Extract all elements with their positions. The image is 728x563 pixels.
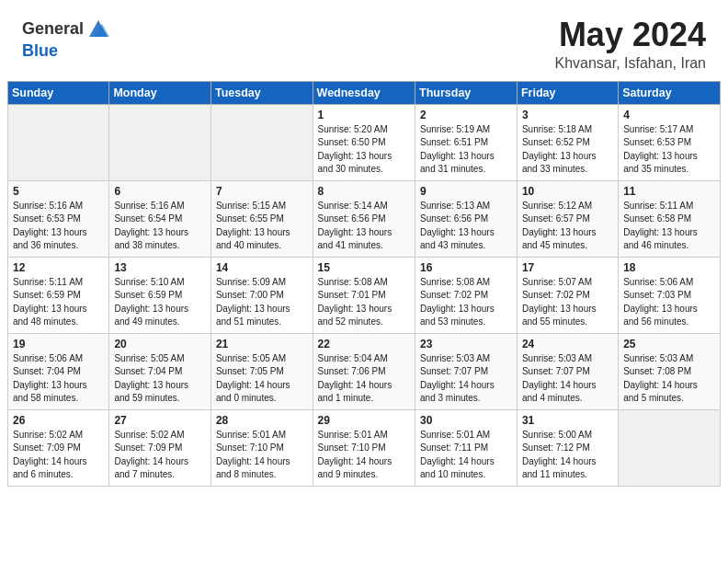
day-number: 30: [420, 414, 512, 427]
header-day: Saturday: [619, 81, 721, 104]
page-header: General Blue May 2024 Khvansar, Isfahan,…: [0, 0, 728, 81]
day-number: 16: [420, 261, 512, 274]
day-number: 28: [216, 414, 308, 427]
day-number: 4: [623, 109, 715, 121]
day-info: Sunrise: 5:13 AM Sunset: 6:56 PM Dayligh…: [420, 200, 512, 253]
day-number: 17: [522, 261, 613, 274]
day-info: Sunrise: 5:01 AM Sunset: 7:10 PM Dayligh…: [216, 429, 308, 482]
calendar-cell: 29Sunrise: 5:01 AM Sunset: 7:10 PM Dayli…: [313, 409, 415, 486]
day-info: Sunrise: 5:01 AM Sunset: 7:10 PM Dayligh…: [318, 429, 410, 482]
calendar-cell: 16Sunrise: 5:08 AM Sunset: 7:02 PM Dayli…: [415, 257, 518, 333]
day-number: 14: [216, 261, 308, 274]
day-info: Sunrise: 5:06 AM Sunset: 7:04 PM Dayligh…: [13, 352, 104, 406]
header-day: Tuesday: [210, 81, 313, 104]
day-info: Sunrise: 5:11 AM Sunset: 6:58 PM Dayligh…: [623, 200, 715, 253]
calendar-body: 1Sunrise: 5:20 AM Sunset: 6:50 PM Daylig…: [8, 104, 721, 486]
calendar-cell: 15Sunrise: 5:08 AM Sunset: 7:01 PM Dayli…: [313, 257, 415, 333]
calendar-cell: 4Sunrise: 5:17 AM Sunset: 6:53 PM Daylig…: [619, 104, 721, 180]
calendar-cell: 27Sunrise: 5:02 AM Sunset: 7:09 PM Dayli…: [109, 409, 211, 486]
day-info: Sunrise: 5:03 AM Sunset: 7:07 PM Dayligh…: [522, 352, 613, 406]
calendar-cell: 5Sunrise: 5:16 AM Sunset: 6:53 PM Daylig…: [8, 180, 109, 257]
day-info: Sunrise: 5:17 AM Sunset: 6:53 PM Dayligh…: [623, 123, 715, 177]
day-info: Sunrise: 5:19 AM Sunset: 6:51 PM Dayligh…: [420, 123, 512, 177]
day-number: 29: [318, 414, 410, 427]
calendar-cell: 10Sunrise: 5:12 AM Sunset: 6:57 PM Dayli…: [517, 180, 618, 257]
day-number: 18: [623, 261, 715, 274]
day-info: Sunrise: 5:05 AM Sunset: 7:05 PM Dayligh…: [216, 352, 308, 406]
calendar-cell: 17Sunrise: 5:07 AM Sunset: 7:02 PM Dayli…: [517, 257, 618, 333]
day-number: 24: [522, 338, 613, 350]
calendar-cell: 21Sunrise: 5:05 AM Sunset: 7:05 PM Dayli…: [210, 333, 313, 409]
day-info: Sunrise: 5:18 AM Sunset: 6:52 PM Dayligh…: [522, 123, 613, 177]
day-info: Sunrise: 5:08 AM Sunset: 7:01 PM Dayligh…: [318, 276, 410, 329]
calendar-cell: [109, 104, 211, 180]
logo-icon: [85, 17, 111, 42]
title-block: May 2024 Khvansar, Isfahan, Iran: [554, 17, 706, 72]
day-number: 21: [216, 338, 308, 350]
day-number: 6: [114, 185, 206, 198]
day-info: Sunrise: 5:16 AM Sunset: 6:54 PM Dayligh…: [114, 200, 206, 253]
day-number: 3: [522, 109, 613, 121]
calendar-cell: 6Sunrise: 5:16 AM Sunset: 6:54 PM Daylig…: [109, 180, 211, 257]
calendar-cell: 8Sunrise: 5:14 AM Sunset: 6:56 PM Daylig…: [313, 180, 415, 257]
day-number: 26: [13, 414, 104, 427]
calendar-title: May 2024: [554, 17, 706, 53]
calendar-cell: 19Sunrise: 5:06 AM Sunset: 7:04 PM Dayli…: [8, 333, 109, 409]
logo-blue: Blue: [22, 41, 58, 60]
day-number: 19: [13, 338, 104, 350]
logo-general: General: [22, 20, 84, 39]
day-info: Sunrise: 5:10 AM Sunset: 6:59 PM Dayligh…: [114, 276, 206, 329]
day-info: Sunrise: 5:02 AM Sunset: 7:09 PM Dayligh…: [13, 429, 104, 482]
calendar-cell: 23Sunrise: 5:03 AM Sunset: 7:07 PM Dayli…: [415, 333, 518, 409]
calendar-cell: 1Sunrise: 5:20 AM Sunset: 6:50 PM Daylig…: [313, 104, 415, 180]
calendar-week-row: 26Sunrise: 5:02 AM Sunset: 7:09 PM Dayli…: [8, 409, 721, 486]
day-number: 9: [420, 185, 512, 198]
day-number: 27: [114, 414, 206, 427]
day-info: Sunrise: 5:07 AM Sunset: 7:02 PM Dayligh…: [522, 276, 613, 329]
calendar-header: SundayMondayTuesdayWednesdayThursdayFrid…: [8, 81, 721, 104]
day-info: Sunrise: 5:20 AM Sunset: 6:50 PM Dayligh…: [318, 123, 410, 177]
header-day: Thursday: [415, 81, 518, 104]
day-info: Sunrise: 5:02 AM Sunset: 7:09 PM Dayligh…: [114, 429, 206, 482]
day-info: Sunrise: 5:12 AM Sunset: 6:57 PM Dayligh…: [522, 200, 613, 253]
day-info: Sunrise: 5:04 AM Sunset: 7:06 PM Dayligh…: [318, 352, 410, 406]
calendar-cell: 18Sunrise: 5:06 AM Sunset: 7:03 PM Dayli…: [619, 257, 721, 333]
calendar-cell: 24Sunrise: 5:03 AM Sunset: 7:07 PM Dayli…: [517, 333, 618, 409]
day-number: 20: [114, 338, 206, 350]
day-number: 8: [318, 185, 410, 198]
day-number: 7: [216, 185, 308, 198]
day-number: 1: [318, 109, 410, 121]
calendar-cell: [8, 104, 109, 180]
day-number: 11: [623, 185, 715, 198]
day-info: Sunrise: 5:06 AM Sunset: 7:03 PM Dayligh…: [623, 276, 715, 329]
calendar-week-row: 19Sunrise: 5:06 AM Sunset: 7:04 PM Dayli…: [8, 333, 721, 409]
day-info: Sunrise: 5:11 AM Sunset: 6:59 PM Dayligh…: [13, 276, 104, 329]
calendar-cell: 22Sunrise: 5:04 AM Sunset: 7:06 PM Dayli…: [313, 333, 415, 409]
day-info: Sunrise: 5:08 AM Sunset: 7:02 PM Dayligh…: [420, 276, 512, 329]
day-info: Sunrise: 5:14 AM Sunset: 6:56 PM Dayligh…: [318, 200, 410, 253]
calendar-cell: 13Sunrise: 5:10 AM Sunset: 6:59 PM Dayli…: [109, 257, 211, 333]
day-info: Sunrise: 5:00 AM Sunset: 7:12 PM Dayligh…: [522, 429, 613, 482]
day-info: Sunrise: 5:05 AM Sunset: 7:04 PM Dayligh…: [114, 352, 206, 406]
day-info: Sunrise: 5:03 AM Sunset: 7:08 PM Dayligh…: [623, 352, 715, 406]
calendar-cell: 11Sunrise: 5:11 AM Sunset: 6:58 PM Dayli…: [619, 180, 721, 257]
calendar-week-row: 5Sunrise: 5:16 AM Sunset: 6:53 PM Daylig…: [8, 180, 721, 257]
calendar-cell: [619, 409, 721, 486]
day-info: Sunrise: 5:16 AM Sunset: 6:53 PM Dayligh…: [13, 200, 104, 253]
calendar-cell: 30Sunrise: 5:01 AM Sunset: 7:11 PM Dayli…: [415, 409, 518, 486]
calendar-cell: 25Sunrise: 5:03 AM Sunset: 7:08 PM Dayli…: [619, 333, 721, 409]
calendar-cell: 20Sunrise: 5:05 AM Sunset: 7:04 PM Dayli…: [109, 333, 211, 409]
day-number: 12: [13, 261, 104, 274]
day-number: 25: [623, 338, 715, 350]
day-number: 2: [420, 109, 512, 121]
calendar-cell: 31Sunrise: 5:00 AM Sunset: 7:12 PM Dayli…: [517, 409, 618, 486]
calendar-week-row: 1Sunrise: 5:20 AM Sunset: 6:50 PM Daylig…: [8, 104, 721, 180]
logo: General Blue: [22, 17, 111, 61]
calendar-cell: 7Sunrise: 5:15 AM Sunset: 6:55 PM Daylig…: [210, 180, 313, 257]
day-number: 23: [420, 338, 512, 350]
day-number: 31: [522, 414, 613, 427]
header-day: Sunday: [8, 81, 109, 104]
calendar-cell: 12Sunrise: 5:11 AM Sunset: 6:59 PM Dayli…: [8, 257, 109, 333]
day-number: 5: [13, 185, 104, 198]
day-number: 15: [318, 261, 410, 274]
